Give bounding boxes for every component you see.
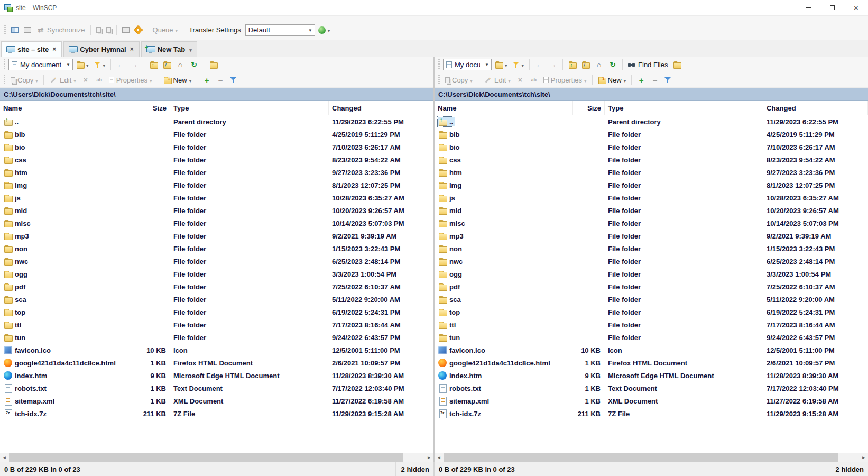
find-files-button[interactable]: Find Files <box>626 59 670 70</box>
select-add-button[interactable]: + <box>635 74 648 86</box>
close-button[interactable]: × <box>844 0 868 15</box>
file-row[interactable]: bioFile folder7/10/2023 6:26:17 AM <box>435 141 868 153</box>
minimize-button[interactable] <box>797 0 820 15</box>
tab-close-icon[interactable]: × <box>130 45 134 53</box>
file-row[interactable]: cssFile folder8/23/2023 9:54:22 AM <box>435 153 868 166</box>
properties-button[interactable]: Properties <box>107 75 154 86</box>
file-row[interactable]: robots.txt1 KBText Document7/17/2022 12:… <box>435 382 868 395</box>
file-row[interactable]: ttlFile folder7/17/2023 8:16:44 AM <box>435 318 868 331</box>
edit-button[interactable]: Edit <box>482 74 513 86</box>
file-row[interactable]: sitemap.xml1 KBXML Document11/27/2022 6:… <box>435 395 868 407</box>
copy-button[interactable]: Copy <box>443 75 475 86</box>
filter-button[interactable] <box>92 59 108 70</box>
left-path-bar[interactable]: C:\Users\Dick\Documents\tch\site\ <box>0 88 433 101</box>
file-row[interactable]: nonFile folder1/15/2023 3:22:43 PM <box>0 242 433 255</box>
file-row[interactable]: ttlFile folder7/17/2023 8:16:44 AM <box>0 318 433 331</box>
parent-directory-button[interactable]: ↑ <box>566 60 578 70</box>
file-row[interactable]: pdfFile folder7/25/2022 6:10:37 AM <box>435 280 868 293</box>
forward-button[interactable]: → <box>128 59 141 70</box>
open-directory-button[interactable] <box>74 59 91 70</box>
root-directory-button[interactable]: / <box>579 60 592 70</box>
left-location-selector[interactable]: My documents ▾ <box>8 59 73 70</box>
file-row[interactable]: nwcFile folder6/25/2023 2:48:14 PM <box>0 255 433 268</box>
file-row[interactable]: index.htm9 KBMicrosoft Edge HTML Documen… <box>435 369 868 382</box>
transfer-settings-select[interactable]: Default ▾ <box>245 24 315 36</box>
hidden-files-count[interactable]: 2 hidden <box>395 462 429 476</box>
preferences-button[interactable] <box>133 25 144 35</box>
file-row[interactable]: bioFile folder7/10/2023 6:26:17 AM <box>0 141 433 153</box>
scrollbar-thumb[interactable] <box>9 453 403 462</box>
open-directory-button[interactable] <box>493 59 510 70</box>
file-row[interactable]: favicon.ico10 KBIcon12/5/2001 5:11:00 PM <box>0 344 433 356</box>
refresh-button[interactable]: ↻ <box>188 59 200 70</box>
transfer-preset-button[interactable] <box>316 24 333 35</box>
file-row[interactable]: tch-idx.7z211 KB7Z File11/29/2023 9:15:2… <box>0 407 433 420</box>
show-filter-button[interactable] <box>662 75 673 85</box>
column-header-name[interactable]: Name <box>0 101 138 115</box>
file-row[interactable]: scaFile folder5/11/2022 9:20:00 AM <box>0 293 433 306</box>
file-row[interactable]: tunFile folder9/24/2022 6:43:57 PM <box>435 331 868 344</box>
file-row[interactable]: topFile folder6/19/2022 5:24:31 PM <box>0 306 433 318</box>
file-row[interactable]: midFile folder10/20/2023 9:26:57 AM <box>435 204 868 217</box>
file-row[interactable]: oggFile folder3/3/2023 1:00:54 PM <box>0 268 433 280</box>
properties-button[interactable]: Properties <box>541 75 589 86</box>
file-row[interactable]: index.htm9 KBMicrosoft Edge HTML Documen… <box>0 369 433 382</box>
column-header-size[interactable]: Size <box>573 101 605 115</box>
file-row[interactable]: htmFile folder9/27/2023 3:23:36 PM <box>435 166 868 179</box>
select-add-button[interactable]: + <box>200 74 213 86</box>
console-button[interactable] <box>120 25 132 34</box>
scrollbar-track[interactable] <box>403 453 424 462</box>
copy-button[interactable]: Copy <box>8 75 40 86</box>
edit-button[interactable]: Edit <box>47 74 78 86</box>
upload-button[interactable] <box>94 25 103 34</box>
root-directory-button[interactable]: / <box>161 60 173 70</box>
file-row[interactable]: midFile folder10/20/2023 9:26:57 AM <box>0 204 433 217</box>
file-row[interactable]: favicon.ico10 KBIcon12/5/2001 5:11:00 PM <box>435 344 868 356</box>
scroll-right-icon[interactable]: ► <box>859 453 868 462</box>
file-row[interactable]: bibFile folder4/25/2019 5:11:29 PM <box>435 128 868 141</box>
show-filter-button[interactable] <box>228 75 239 85</box>
explorer-view-button[interactable] <box>22 25 33 34</box>
filter-button[interactable] <box>511 59 527 70</box>
home-directory-button[interactable]: ⌂ <box>593 59 605 70</box>
delete-button[interactable]: × <box>514 74 527 86</box>
tab-new-tab[interactable]: + New Tab <box>141 41 197 57</box>
file-row[interactable]: cssFile folder8/23/2023 9:54:22 AM <box>0 153 433 166</box>
file-row[interactable]: jsFile folder10/28/2023 6:35:27 AM <box>435 191 868 204</box>
parent-directory-button[interactable]: ↑ <box>147 60 160 70</box>
file-row[interactable]: mp3File folder9/2/2021 9:39:19 AM <box>0 230 433 242</box>
file-row[interactable]: bibFile folder4/25/2019 5:11:29 PM <box>0 128 433 141</box>
explore-directory-button[interactable] <box>207 60 219 70</box>
column-header-changed[interactable]: Changed <box>329 101 433 115</box>
right-location-selector[interactable]: My docun ▾ <box>443 59 492 70</box>
horizontal-scrollbar[interactable]: ◄ ► <box>0 453 433 462</box>
file-row[interactable]: google421d1da4c11dc8ce.html1 KBFirefox H… <box>0 356 433 369</box>
file-row[interactable]: imgFile folder8/1/2023 12:07:25 PM <box>435 179 868 191</box>
column-header-size[interactable]: Size <box>138 101 170 115</box>
file-row[interactable]: google421d1da4c11dc8ce.html1 KBFirefox H… <box>435 356 868 369</box>
rename-button[interactable]: ab <box>528 74 540 86</box>
delete-button[interactable]: × <box>79 74 92 86</box>
refresh-button[interactable]: ↻ <box>606 59 619 70</box>
file-row[interactable]: robots.txt1 KBText Document7/17/2022 12:… <box>0 382 433 395</box>
explore-directory-button[interactable] <box>671 60 683 70</box>
file-row[interactable]: pdfFile folder7/25/2022 6:10:37 AM <box>0 280 433 293</box>
right-path-bar[interactable]: C:\Users\Dick\Documents\tch\site\ <box>435 88 868 101</box>
file-row[interactable]: jsFile folder10/28/2023 6:35:27 AM <box>0 191 433 204</box>
file-row[interactable]: mp3File folder9/2/2021 9:39:19 AM <box>435 230 868 242</box>
file-row[interactable]: tunFile folder9/24/2022 6:43:57 PM <box>0 331 433 344</box>
rename-button[interactable]: ab <box>93 74 106 86</box>
hidden-files-count[interactable]: 2 hidden <box>830 462 864 476</box>
column-header-type[interactable]: Type <box>170 101 329 115</box>
new-button[interactable]: + New <box>161 75 194 86</box>
scrollbar-thumb[interactable] <box>444 453 838 462</box>
horizontal-scrollbar[interactable]: ◄ ► <box>435 453 868 462</box>
select-remove-button[interactable]: − <box>214 74 227 86</box>
file-row[interactable]: miscFile folder10/14/2023 5:07:03 PM <box>435 217 868 230</box>
file-row[interactable]: scaFile folder5/11/2022 9:20:00 AM <box>435 293 868 306</box>
select-remove-button[interactable]: − <box>649 74 661 86</box>
tab-close-icon[interactable]: × <box>52 45 57 53</box>
commander-view-button[interactable] <box>9 25 21 34</box>
back-button[interactable]: ← <box>114 59 127 70</box>
synchronize-button[interactable]: ⇄ Synchronize <box>34 24 87 36</box>
